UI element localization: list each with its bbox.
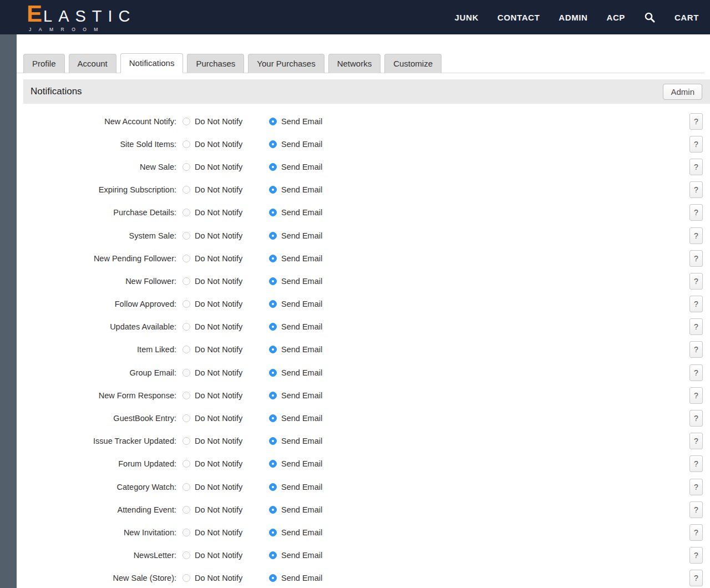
radio-option-send-email[interactable]: Send Email [269, 483, 322, 491]
radio-option-do-not-notify[interactable]: Do Not Notify [182, 391, 263, 400]
help-button[interactable]: ? [689, 181, 703, 198]
search-icon[interactable] [644, 12, 656, 23]
radio-option-send-email[interactable]: Send Email [269, 185, 322, 194]
radio-option-send-email[interactable]: Send Email [269, 574, 322, 582]
radio-option-send-email[interactable]: Send Email [269, 322, 322, 331]
radio-option-do-not-notify[interactable]: Do Not Notify [182, 437, 263, 445]
radio-selected-icon[interactable] [269, 186, 277, 194]
admin-button[interactable]: Admin [663, 84, 702, 100]
help-button[interactable]: ? [689, 501, 703, 518]
radio-selected-icon[interactable] [269, 323, 277, 331]
tab-customize[interactable]: Customize [384, 54, 442, 73]
help-button[interactable]: ? [689, 250, 703, 267]
help-button[interactable]: ? [689, 318, 703, 335]
radio-option-do-not-notify[interactable]: Do Not Notify [182, 208, 263, 217]
radio-unselected-icon[interactable] [182, 255, 190, 262]
radio-unselected-icon[interactable] [182, 323, 190, 331]
help-button[interactable]: ? [689, 455, 703, 472]
radio-option-send-email[interactable]: Send Email [269, 391, 322, 400]
radio-selected-icon[interactable] [269, 118, 277, 125]
radio-unselected-icon[interactable] [182, 209, 190, 216]
tab-profile[interactable]: Profile [23, 54, 65, 73]
radio-unselected-icon[interactable] [182, 460, 190, 468]
radio-selected-icon[interactable] [269, 369, 277, 377]
radio-unselected-icon[interactable] [182, 437, 190, 445]
tab-networks[interactable]: Networks [328, 54, 381, 73]
radio-unselected-icon[interactable] [182, 140, 190, 148]
radio-unselected-icon[interactable] [182, 232, 190, 240]
radio-unselected-icon[interactable] [182, 369, 190, 377]
help-button[interactable]: ? [689, 387, 703, 404]
radio-selected-icon[interactable] [269, 437, 277, 445]
radio-option-do-not-notify[interactable]: Do Not Notify [182, 300, 263, 308]
radio-unselected-icon[interactable] [182, 118, 190, 125]
help-button[interactable]: ? [689, 341, 703, 358]
radio-option-do-not-notify[interactable]: Do Not Notify [182, 254, 263, 263]
radio-unselected-icon[interactable] [182, 163, 190, 171]
radio-option-send-email[interactable]: Send Email [269, 368, 322, 377]
nav-item-cart[interactable]: CART [674, 13, 699, 22]
help-button[interactable]: ? [689, 159, 703, 175]
help-button[interactable]: ? [689, 410, 703, 427]
help-button[interactable]: ? [689, 296, 703, 312]
help-button[interactable]: ? [689, 136, 703, 153]
help-button[interactable]: ? [689, 547, 703, 564]
radio-selected-icon[interactable] [269, 346, 277, 353]
radio-unselected-icon[interactable] [182, 506, 190, 514]
radio-option-send-email[interactable]: Send Email [269, 505, 322, 514]
tab-account[interactable]: Account [69, 54, 116, 73]
radio-unselected-icon[interactable] [182, 414, 190, 422]
radio-unselected-icon[interactable] [182, 277, 190, 285]
radio-option-send-email[interactable]: Send Email [269, 528, 322, 537]
radio-selected-icon[interactable] [269, 574, 277, 582]
radio-option-do-not-notify[interactable]: Do Not Notify [182, 277, 263, 286]
radio-option-do-not-notify[interactable]: Do Not Notify [182, 574, 263, 582]
radio-selected-icon[interactable] [269, 551, 277, 559]
radio-option-do-not-notify[interactable]: Do Not Notify [182, 117, 263, 126]
radio-unselected-icon[interactable] [182, 483, 190, 491]
radio-selected-icon[interactable] [269, 483, 277, 491]
radio-selected-icon[interactable] [269, 392, 277, 399]
nav-item-admin[interactable]: ADMIN [559, 13, 587, 22]
radio-unselected-icon[interactable] [182, 186, 190, 194]
radio-unselected-icon[interactable] [182, 551, 190, 559]
radio-selected-icon[interactable] [269, 529, 277, 536]
nav-item-junk[interactable]: JUNK [455, 13, 479, 22]
radio-option-send-email[interactable]: Send Email [269, 551, 322, 560]
tab-purchases[interactable]: Purchases [187, 54, 244, 73]
radio-option-do-not-notify[interactable]: Do Not Notify [182, 551, 263, 560]
radio-option-do-not-notify[interactable]: Do Not Notify [182, 140, 263, 149]
help-button[interactable]: ? [689, 570, 703, 586]
radio-option-send-email[interactable]: Send Email [269, 254, 322, 263]
radio-option-do-not-notify[interactable]: Do Not Notify [182, 185, 263, 194]
nav-item-contact[interactable]: CONTACT [498, 13, 540, 22]
radio-unselected-icon[interactable] [182, 574, 190, 582]
radio-option-send-email[interactable]: Send Email [269, 140, 322, 149]
radio-selected-icon[interactable] [269, 460, 277, 468]
radio-option-send-email[interactable]: Send Email [269, 208, 322, 217]
help-button[interactable]: ? [689, 113, 703, 130]
radio-option-do-not-notify[interactable]: Do Not Notify [182, 368, 263, 377]
tab-your-purchases[interactable]: Your Purchases [248, 54, 324, 73]
radio-selected-icon[interactable] [269, 209, 277, 216]
radio-option-do-not-notify[interactable]: Do Not Notify [182, 528, 263, 537]
radio-unselected-icon[interactable] [182, 300, 190, 308]
radio-option-send-email[interactable]: Send Email [269, 300, 322, 308]
radio-option-send-email[interactable]: Send Email [269, 231, 322, 240]
radio-unselected-icon[interactable] [182, 346, 190, 353]
radio-option-do-not-notify[interactable]: Do Not Notify [182, 505, 263, 514]
radio-unselected-icon[interactable] [182, 529, 190, 536]
radio-option-send-email[interactable]: Send Email [269, 414, 322, 423]
radio-unselected-icon[interactable] [182, 392, 190, 399]
radio-option-do-not-notify[interactable]: Do Not Notify [182, 322, 263, 331]
radio-selected-icon[interactable] [269, 140, 277, 148]
radio-selected-icon[interactable] [269, 414, 277, 422]
radio-option-do-not-notify[interactable]: Do Not Notify [182, 414, 263, 423]
radio-option-do-not-notify[interactable]: Do Not Notify [182, 483, 263, 491]
radio-selected-icon[interactable] [269, 163, 277, 171]
radio-option-send-email[interactable]: Send Email [269, 437, 322, 445]
radio-option-send-email[interactable]: Send Email [269, 117, 322, 126]
site-logo[interactable]: E LASTIC JAMROOM [27, 2, 136, 32]
tab-notifications[interactable]: Notifications [120, 53, 184, 73]
radio-option-do-not-notify[interactable]: Do Not Notify [182, 345, 263, 354]
